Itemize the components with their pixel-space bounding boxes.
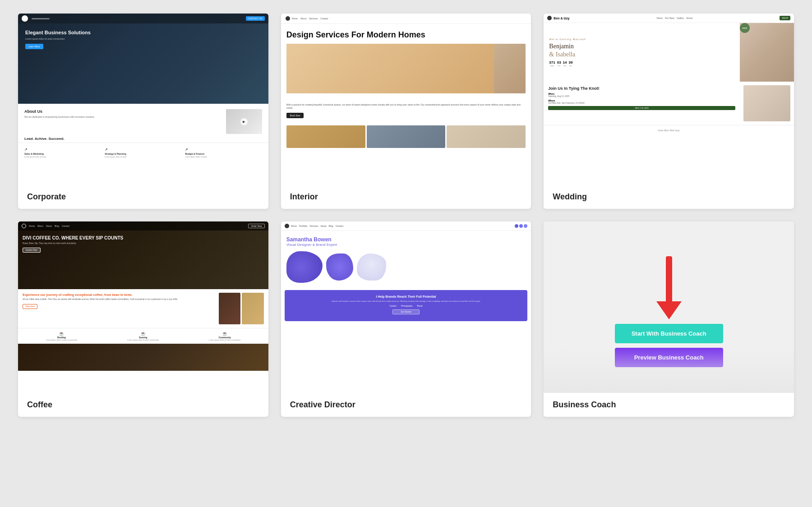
cd-nav-services: Services: [309, 225, 318, 227]
int-nav-services: Services: [309, 17, 318, 20]
cd-bottom-nav-brand: Brand: [417, 305, 423, 307]
corp-hero: CONTACT US Elegant Business Solutions Lo…: [18, 14, 268, 104]
int-gallery: [286, 125, 526, 148]
wed-nav: Home Our Story Gallery Venue: [656, 17, 692, 19]
play-icon[interactable]: ▶: [240, 118, 248, 125]
wed-ceremony-info: Join Us In Tying The Knot! When Saturday…: [544, 82, 740, 125]
coffee-mid-images: [219, 293, 264, 324]
int-hero-title: Design Services For Modern Homes: [286, 30, 526, 40]
cd-bottom-cta: I Help Brands Reach Their Full Potential…: [285, 290, 528, 321]
corp-about-image: ▶: [226, 109, 262, 134]
coffee-feat-3-body: Lorem ipsum dolor sit amet consectetur: [186, 339, 264, 341]
wed-countdown: 371 days 03 hrs 14 min 39: [549, 60, 734, 67]
corporate-label: Corporate: [18, 185, 268, 209]
coffee-nav-menu: Menu: [37, 225, 43, 227]
card-wedding[interactable]: Ben & Izzy Home Our Story Gallery Venue …: [544, 14, 794, 209]
int-gallery-item-3: [447, 125, 526, 148]
creative-director-label: Creative Director: [281, 393, 531, 417]
card-interior[interactable]: Home About Services Contact Design Servi…: [281, 14, 531, 209]
wed-nav-venue: Venue: [686, 17, 692, 19]
coffee-features: ☕ Roofing Lorem ipsum dolor sit amet con…: [18, 328, 268, 344]
corp-stat-2-body: Lorem ipsum dolor sit amet: [105, 156, 181, 158]
coffee-logo-icon: [22, 224, 26, 228]
coffee-nav-links: Home Menu About Blog Contact: [29, 225, 69, 227]
wed-hours: 03 hrs: [557, 60, 561, 67]
corp-contact-btn[interactable]: CONTACT US: [246, 16, 265, 21]
cd-nav-contact: Contact: [336, 225, 343, 227]
coffee-icon-3: ☕: [186, 331, 264, 336]
corp-stat-1: ↗ Sales & Marketing Lorem ipsum dolor si…: [24, 147, 101, 158]
int-hero-section: Design Services For Modern Homes: [281, 24, 531, 100]
wedding-label: Wedding: [544, 185, 794, 209]
card-coffee[interactable]: Home Menu About Blog Contact Order Now D…: [18, 221, 268, 417]
corp-stat-2: ↗ Strategy & Planning Lorem ipsum dolor …: [105, 147, 181, 158]
cd-bottom-title: I Help Brands Reach Their Full Potential: [289, 295, 523, 299]
coffee-bottom-image: [18, 344, 268, 371]
int-logo-icon: [286, 16, 290, 21]
wed-header: Ben & Izzy Home Our Story Gallery Venue …: [544, 14, 794, 23]
corp-stat-3-body: Lorem ipsum dolor sit amet: [185, 156, 262, 158]
corp-hero-title: Elegant Business Solutions: [25, 29, 91, 36]
corp-hero-cta[interactable]: Learn More: [25, 44, 43, 49]
wedding-preview: Ben & Izzy Home Our Story Gallery Venue …: [544, 14, 794, 185]
card-creative-director[interactable]: Home Portfolio Services About Blog Conta…: [281, 221, 531, 417]
wed-ceremony-title: Join Us In Tying The Knot!: [548, 86, 735, 91]
wed-couple-photo: RSVP: [740, 23, 794, 82]
cd-dots: [515, 224, 527, 228]
coffee-nav-contact: Contact: [62, 225, 69, 227]
bc-arrow-shaft: [666, 256, 672, 301]
bc-background-cards: [544, 348, 794, 393]
wed-where-value: 123 Bliss Ave, San Francisco, CA 94102: [548, 102, 735, 104]
cd-dot-1: [515, 224, 518, 228]
coffee-nav-home: Home: [29, 225, 35, 227]
coffee-mid-cta[interactable]: Shop Now: [23, 304, 37, 309]
template-grid: CONTACT US Elegant Business Solutions Lo…: [18, 14, 794, 417]
wed-logo-icon: [547, 16, 552, 20]
wed-seconds: 39 sec: [569, 60, 573, 67]
cd-blob-2: [326, 254, 353, 281]
cd-header: Home Portfolio Services About Blog Conta…: [281, 221, 531, 231]
corp-nav-links: [32, 18, 50, 19]
cd-nav-blog: Blog: [329, 225, 333, 227]
corp-tagline: Lead. Achive. Succeed.: [24, 137, 262, 141]
coffee-feat-2-body: Lorem ipsum dolor sit amet consectetur: [104, 339, 182, 341]
cd-bottom-nav-custom: Custom: [389, 305, 397, 307]
int-img-chairs: [286, 44, 494, 93]
cd-nav: Home Portfolio Services About Blog Conta…: [291, 225, 513, 227]
coffee-order-btn[interactable]: Order Now: [248, 224, 264, 228]
coffee-mid-sub: All our coffee shop a better. Then they …: [23, 298, 215, 301]
wed-nav-gallery: Gallery: [677, 17, 684, 19]
cd-designer-name: Samantha Bowen: [286, 236, 526, 243]
cd-hero: Samantha Bowen Visual Designer & Brand E…: [281, 231, 531, 286]
coffee-nav: Home Menu About Blog Contact Order Now: [18, 221, 268, 230]
wed-story-title: How Ben Met Izzy: [544, 125, 794, 135]
int-nav-home: Home: [292, 17, 298, 20]
wed-nav-home: Home: [656, 17, 662, 19]
int-nav-contact: Contact: [320, 17, 328, 20]
coffee-hero-text: DIVI COFFEE CO. WHERE EVERY SIP COUNTS R…: [23, 235, 123, 253]
wed-rsvp-badge: RSVP: [740, 23, 750, 33]
cd-logo-icon: [285, 224, 289, 228]
int-header: Home About Services Contact: [281, 14, 531, 24]
bc-start-button[interactable]: Start With Business Coach: [615, 324, 723, 343]
wed-save-btn[interactable]: SAVE THE DATE: [548, 106, 735, 110]
cd-nav-about: About: [321, 225, 327, 227]
wed-rings-photo: [743, 85, 790, 121]
cd-bottom-sub: I partner with brands to uncover their u…: [289, 300, 523, 303]
coffee-nav-blog: Blog: [55, 225, 59, 227]
int-nav-about: About: [300, 17, 306, 20]
wed-rsvp-btn[interactable]: RSVP: [780, 16, 790, 20]
corp-nav: CONTACT US: [18, 14, 268, 23]
cd-blob-3: [357, 254, 386, 281]
coffee-icon-2: ☕: [104, 331, 182, 336]
coffee-hero-cta[interactable]: Explore Now: [23, 248, 41, 253]
wed-groom-name: Benjamin: [549, 42, 734, 51]
wed-ampersand: & Isabella: [549, 51, 734, 59]
coffee-icon-1: ☕: [23, 331, 101, 336]
business-coach-label: Business Coach: [544, 393, 794, 417]
cd-cta-btn[interactable]: Get Started: [392, 309, 420, 314]
coffee-img-light: [242, 293, 264, 324]
int-cta-btn[interactable]: Book Now: [286, 113, 304, 118]
card-corporate[interactable]: CONTACT US Elegant Business Solutions Lo…: [18, 14, 268, 209]
card-business-coach[interactable]: Start With Business Coach Preview Busine…: [544, 221, 794, 417]
